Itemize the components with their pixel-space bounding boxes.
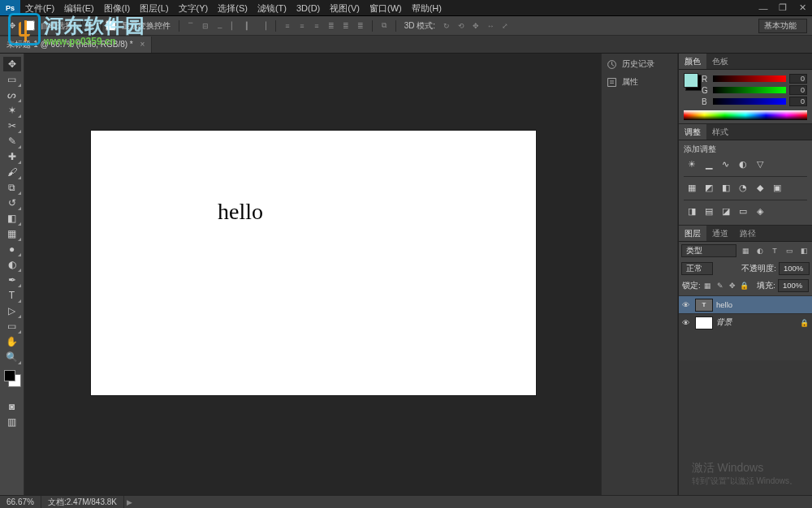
spectrum-picker[interactable]	[684, 110, 807, 120]
filter-shape-icon[interactable]: ▭	[784, 245, 795, 256]
close-icon[interactable]: ×	[140, 40, 145, 49]
auto-select-checkbox[interactable]	[24, 20, 35, 31]
document-canvas[interactable]: hello	[91, 131, 536, 395]
filter-type-icon[interactable]: T	[769, 245, 780, 256]
auto-select-dropdown[interactable]: 组	[81, 19, 102, 32]
tab-styles[interactable]: 样式	[706, 124, 734, 140]
tab-channels[interactable]: 通道	[706, 226, 734, 241]
document-tab[interactable]: 未标题-1 @ 66.7% (hello, RGB/8) * ×	[0, 37, 152, 53]
hand-tool[interactable]: ✋	[3, 334, 21, 349]
layer-row[interactable]: 👁 T hello	[679, 295, 812, 313]
levels-icon[interactable]: ▁	[702, 158, 715, 170]
eraser-tool[interactable]: ◧	[3, 211, 21, 226]
gradient-tool[interactable]: ▦	[3, 226, 21, 241]
photo-filter-icon[interactable]: ◔	[736, 182, 749, 193]
stamp-tool[interactable]: ⧉	[3, 180, 21, 195]
mode-3d-pan-icon[interactable]: ✥	[470, 20, 482, 32]
healing-tool[interactable]: ✚	[3, 149, 21, 164]
vibrance-icon[interactable]: ▽	[754, 158, 766, 170]
zoom-tool[interactable]: 🔍	[3, 350, 21, 364]
pen-tool[interactable]: ✒	[3, 273, 21, 287]
align-vmid-icon[interactable]: ⊟	[200, 20, 211, 32]
shape-tool[interactable]: ▭	[3, 319, 21, 334]
type-tool[interactable]: T	[3, 288, 21, 303]
menu-image[interactable]: 图像(I)	[99, 0, 135, 16]
menu-type[interactable]: 文字(Y)	[174, 0, 214, 16]
menu-view[interactable]: 视图(V)	[325, 0, 365, 16]
g-value[interactable]: 0	[789, 85, 807, 95]
window-close-icon[interactable]: ✕	[793, 2, 812, 14]
window-minimize-icon[interactable]: —	[754, 2, 773, 14]
dist-top-icon[interactable]: ≡	[282, 20, 293, 32]
menu-file[interactable]: 文件(F)	[20, 0, 59, 16]
visibility-icon[interactable]: 👁	[682, 300, 692, 309]
path-select-tool[interactable]: ▷	[3, 304, 21, 318]
channel-mixer-icon[interactable]: ◆	[754, 182, 766, 193]
menu-help[interactable]: 帮助(H)	[407, 0, 447, 16]
tab-paths[interactable]: 路径	[734, 226, 762, 241]
align-right-icon[interactable]: ▕	[258, 20, 270, 32]
dist-hmid-icon[interactable]: ≣	[340, 20, 352, 32]
menu-filter[interactable]: 滤镜(T)	[253, 0, 292, 16]
align-hmid-icon[interactable]: ▎	[244, 20, 255, 32]
dodge-tool[interactable]: ◐	[3, 257, 21, 272]
tab-color[interactable]: 颜色	[679, 54, 706, 69]
align-bottom-icon[interactable]: ⎽	[214, 20, 226, 32]
b-value[interactable]: 0	[789, 97, 807, 106]
dist-left-icon[interactable]: ≣	[326, 20, 337, 32]
brush-tool[interactable]: 🖌	[3, 165, 21, 179]
doc-info-arrow-icon[interactable]: ▶	[124, 497, 136, 508]
curves-icon[interactable]: ∿	[719, 158, 732, 170]
quick-mask-icon[interactable]: ◙	[3, 399, 21, 414]
posterize-icon[interactable]: ▤	[702, 205, 715, 217]
properties-panel-toggle[interactable]: 属性	[602, 73, 677, 91]
canvas-area[interactable]: hello	[24, 54, 601, 495]
exposure-icon[interactable]: ◐	[736, 158, 749, 170]
move-tool[interactable]: ✥	[3, 57, 21, 71]
zoom-value[interactable]: 66.67%	[0, 496, 41, 508]
filter-pixel-icon[interactable]: ▦	[740, 245, 751, 256]
mode-3d-slide-icon[interactable]: ↔	[485, 20, 496, 32]
fill-value[interactable]: 100%	[778, 279, 809, 292]
brightness-icon[interactable]: ☀	[685, 158, 698, 170]
align-left-icon[interactable]: ▏	[229, 20, 240, 32]
history-panel-toggle[interactable]: 历史记录	[602, 55, 677, 73]
g-slider[interactable]	[713, 87, 786, 93]
tab-layers[interactable]: 图层	[679, 226, 706, 241]
marquee-tool[interactable]: ▭	[3, 72, 21, 87]
dist-vmid-icon[interactable]: ≡	[296, 20, 308, 32]
auto-align-icon[interactable]: ⧉	[378, 20, 390, 32]
history-brush-tool[interactable]: ↺	[3, 196, 21, 210]
selective-color-icon[interactable]: ◈	[754, 205, 766, 217]
window-restore-icon[interactable]: ❐	[773, 2, 793, 14]
hue-icon[interactable]: ▦	[685, 182, 698, 193]
lock-all-icon[interactable]: 🔒	[740, 281, 749, 291]
menu-layer[interactable]: 图层(L)	[135, 0, 173, 16]
invert-icon[interactable]: ◨	[685, 205, 698, 217]
tab-adjustments[interactable]: 调整	[679, 124, 706, 140]
filter-adjust-icon[interactable]: ◐	[754, 245, 766, 256]
menu-select[interactable]: 选择(S)	[213, 0, 253, 16]
doc-info[interactable]: 文档:2.47M/843.8K	[41, 496, 124, 508]
lock-pixels-icon[interactable]: ✎	[715, 281, 725, 291]
color-lookup-icon[interactable]: ▣	[771, 182, 783, 193]
r-value[interactable]: 0	[789, 74, 807, 84]
gradient-map-icon[interactable]: ▭	[736, 205, 749, 217]
lock-transparent-icon[interactable]: ▦	[703, 281, 713, 291]
dist-bottom-icon[interactable]: ≡	[311, 20, 322, 32]
show-transform-checkbox[interactable]	[106, 20, 116, 31]
crop-tool[interactable]: ✂	[3, 118, 21, 133]
lasso-tool[interactable]: ᔕ	[3, 88, 21, 102]
layer-name[interactable]: 背景	[716, 317, 732, 328]
filter-smart-icon[interactable]: ◧	[798, 245, 810, 256]
dist-right-icon[interactable]: ≣	[355, 20, 366, 32]
layer-name[interactable]: hello	[716, 300, 732, 309]
color-selector[interactable]	[684, 73, 698, 88]
fg-bg-swatch[interactable]	[4, 370, 15, 381]
color-balance-icon[interactable]: ◩	[702, 182, 715, 193]
bw-icon[interactable]: ◧	[719, 182, 732, 193]
menu-edit[interactable]: 编辑(E)	[59, 0, 99, 16]
visibility-icon[interactable]: 👁	[682, 318, 692, 327]
lock-position-icon[interactable]: ✥	[728, 281, 737, 291]
mode-3d-roll-icon[interactable]: ⟲	[456, 20, 467, 32]
